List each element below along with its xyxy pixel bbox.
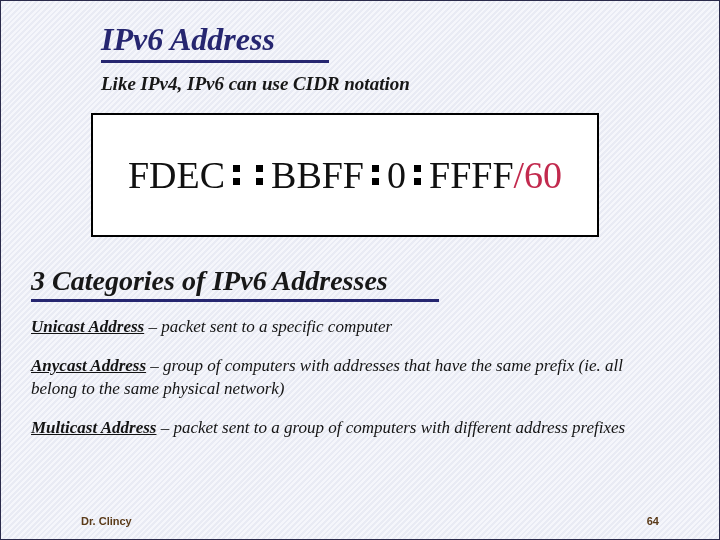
- addr-group-1: FDEC: [128, 153, 225, 197]
- category-term: Anycast Address: [31, 356, 146, 375]
- category-anycast: Anycast Address – group of computers wit…: [31, 355, 669, 401]
- colon-icon: [233, 162, 240, 188]
- addr-group-2: BBFF: [271, 153, 364, 197]
- colon-icon: [256, 162, 263, 188]
- ipv6-address-box: FDEC BBFF 0 FFFF /60: [91, 113, 599, 237]
- categories-heading: 3 Categories of IPv6 Addresses: [31, 265, 439, 302]
- category-desc: – packet sent to a specific computer: [144, 317, 392, 336]
- category-term: Multicast Address: [31, 418, 156, 437]
- colon-icon: [372, 162, 379, 188]
- colon-icon: [414, 162, 421, 188]
- category-desc: – packet sent to a group of computers wi…: [156, 418, 625, 437]
- addr-group-3: 0: [387, 153, 406, 197]
- category-multicast: Multicast Address – packet sent to a gro…: [31, 417, 669, 440]
- slide-title: IPv6 Address: [101, 21, 329, 63]
- addr-cidr: /60: [514, 153, 563, 197]
- addr-group-4: FFFF: [429, 153, 514, 197]
- category-unicast: Unicast Address – packet sent to a speci…: [31, 316, 669, 339]
- footer-page-number: 64: [647, 515, 659, 527]
- category-term: Unicast Address: [31, 317, 144, 336]
- footer: Dr. Clincy 64: [1, 515, 719, 527]
- slide-subtitle: Like IPv4, IPv6 can use CIDR notation: [101, 73, 689, 95]
- footer-author: Dr. Clincy: [81, 515, 132, 527]
- slide: IPv6 Address Like IPv4, IPv6 can use CID…: [1, 1, 719, 539]
